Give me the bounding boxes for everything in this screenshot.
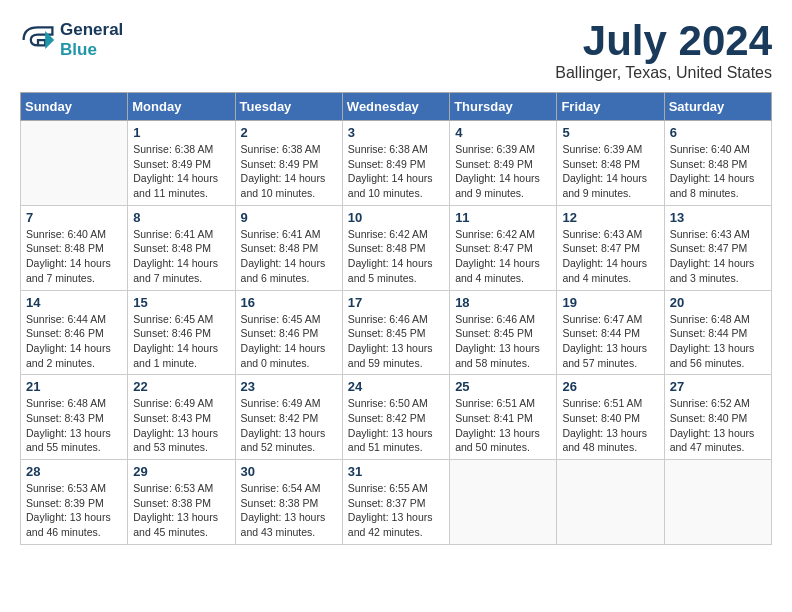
- day-number: 27: [670, 379, 766, 394]
- calendar-cell: 27Sunrise: 6:52 AM Sunset: 8:40 PM Dayli…: [664, 375, 771, 460]
- day-number: 26: [562, 379, 658, 394]
- calendar-cell: 28Sunrise: 6:53 AM Sunset: 8:39 PM Dayli…: [21, 460, 128, 545]
- calendar-cell: 10Sunrise: 6:42 AM Sunset: 8:48 PM Dayli…: [342, 205, 449, 290]
- day-number: 17: [348, 295, 444, 310]
- calendar-cell: 22Sunrise: 6:49 AM Sunset: 8:43 PM Dayli…: [128, 375, 235, 460]
- calendar-cell: 9Sunrise: 6:41 AM Sunset: 8:48 PM Daylig…: [235, 205, 342, 290]
- day-info: Sunrise: 6:50 AM Sunset: 8:42 PM Dayligh…: [348, 396, 444, 455]
- day-info: Sunrise: 6:47 AM Sunset: 8:44 PM Dayligh…: [562, 312, 658, 371]
- day-number: 5: [562, 125, 658, 140]
- day-number: 1: [133, 125, 229, 140]
- logo-text: General Blue: [60, 20, 123, 60]
- day-info: Sunrise: 6:49 AM Sunset: 8:43 PM Dayligh…: [133, 396, 229, 455]
- calendar-cell: 7Sunrise: 6:40 AM Sunset: 8:48 PM Daylig…: [21, 205, 128, 290]
- day-number: 13: [670, 210, 766, 225]
- month-title: July 2024: [555, 20, 772, 62]
- calendar-cell: 29Sunrise: 6:53 AM Sunset: 8:38 PM Dayli…: [128, 460, 235, 545]
- weekday-header-monday: Monday: [128, 93, 235, 121]
- calendar-cell: 16Sunrise: 6:45 AM Sunset: 8:46 PM Dayli…: [235, 290, 342, 375]
- day-info: Sunrise: 6:54 AM Sunset: 8:38 PM Dayligh…: [241, 481, 337, 540]
- day-info: Sunrise: 6:48 AM Sunset: 8:44 PM Dayligh…: [670, 312, 766, 371]
- day-info: Sunrise: 6:39 AM Sunset: 8:48 PM Dayligh…: [562, 142, 658, 201]
- calendar-cell: 30Sunrise: 6:54 AM Sunset: 8:38 PM Dayli…: [235, 460, 342, 545]
- calendar-cell: 4Sunrise: 6:39 AM Sunset: 8:49 PM Daylig…: [450, 121, 557, 206]
- day-info: Sunrise: 6:55 AM Sunset: 8:37 PM Dayligh…: [348, 481, 444, 540]
- day-number: 21: [26, 379, 122, 394]
- weekday-header-sunday: Sunday: [21, 93, 128, 121]
- calendar-cell: [664, 460, 771, 545]
- day-number: 2: [241, 125, 337, 140]
- day-number: 20: [670, 295, 766, 310]
- calendar-cell: 26Sunrise: 6:51 AM Sunset: 8:40 PM Dayli…: [557, 375, 664, 460]
- location-title: Ballinger, Texas, United States: [555, 64, 772, 82]
- day-number: 3: [348, 125, 444, 140]
- day-number: 10: [348, 210, 444, 225]
- day-number: 15: [133, 295, 229, 310]
- day-number: 11: [455, 210, 551, 225]
- day-info: Sunrise: 6:52 AM Sunset: 8:40 PM Dayligh…: [670, 396, 766, 455]
- calendar-cell: 1Sunrise: 6:38 AM Sunset: 8:49 PM Daylig…: [128, 121, 235, 206]
- day-number: 18: [455, 295, 551, 310]
- calendar-cell: 2Sunrise: 6:38 AM Sunset: 8:49 PM Daylig…: [235, 121, 342, 206]
- day-number: 23: [241, 379, 337, 394]
- calendar-cell: 24Sunrise: 6:50 AM Sunset: 8:42 PM Dayli…: [342, 375, 449, 460]
- calendar-cell: 12Sunrise: 6:43 AM Sunset: 8:47 PM Dayli…: [557, 205, 664, 290]
- day-number: 25: [455, 379, 551, 394]
- calendar-cell: 15Sunrise: 6:45 AM Sunset: 8:46 PM Dayli…: [128, 290, 235, 375]
- day-number: 6: [670, 125, 766, 140]
- calendar-week-row: 7Sunrise: 6:40 AM Sunset: 8:48 PM Daylig…: [21, 205, 772, 290]
- calendar-cell: 23Sunrise: 6:49 AM Sunset: 8:42 PM Dayli…: [235, 375, 342, 460]
- calendar-cell: 31Sunrise: 6:55 AM Sunset: 8:37 PM Dayli…: [342, 460, 449, 545]
- day-number: 8: [133, 210, 229, 225]
- calendar-cell: [557, 460, 664, 545]
- weekday-header-wednesday: Wednesday: [342, 93, 449, 121]
- day-info: Sunrise: 6:42 AM Sunset: 8:48 PM Dayligh…: [348, 227, 444, 286]
- calendar-cell: 13Sunrise: 6:43 AM Sunset: 8:47 PM Dayli…: [664, 205, 771, 290]
- weekday-header-thursday: Thursday: [450, 93, 557, 121]
- day-number: 22: [133, 379, 229, 394]
- calendar-week-row: 1Sunrise: 6:38 AM Sunset: 8:49 PM Daylig…: [21, 121, 772, 206]
- day-info: Sunrise: 6:46 AM Sunset: 8:45 PM Dayligh…: [455, 312, 551, 371]
- day-number: 24: [348, 379, 444, 394]
- calendar-cell: [21, 121, 128, 206]
- day-number: 31: [348, 464, 444, 479]
- day-number: 12: [562, 210, 658, 225]
- calendar-cell: 25Sunrise: 6:51 AM Sunset: 8:41 PM Dayli…: [450, 375, 557, 460]
- logo-icon: [20, 22, 56, 58]
- calendar-week-row: 21Sunrise: 6:48 AM Sunset: 8:43 PM Dayli…: [21, 375, 772, 460]
- weekday-header-row: SundayMondayTuesdayWednesdayThursdayFrid…: [21, 93, 772, 121]
- calendar-cell: 21Sunrise: 6:48 AM Sunset: 8:43 PM Dayli…: [21, 375, 128, 460]
- day-info: Sunrise: 6:39 AM Sunset: 8:49 PM Dayligh…: [455, 142, 551, 201]
- calendar-cell: 18Sunrise: 6:46 AM Sunset: 8:45 PM Dayli…: [450, 290, 557, 375]
- calendar-cell: 20Sunrise: 6:48 AM Sunset: 8:44 PM Dayli…: [664, 290, 771, 375]
- day-info: Sunrise: 6:38 AM Sunset: 8:49 PM Dayligh…: [133, 142, 229, 201]
- day-number: 19: [562, 295, 658, 310]
- calendar-cell: 8Sunrise: 6:41 AM Sunset: 8:48 PM Daylig…: [128, 205, 235, 290]
- day-info: Sunrise: 6:43 AM Sunset: 8:47 PM Dayligh…: [562, 227, 658, 286]
- day-info: Sunrise: 6:41 AM Sunset: 8:48 PM Dayligh…: [241, 227, 337, 286]
- calendar-cell: 3Sunrise: 6:38 AM Sunset: 8:49 PM Daylig…: [342, 121, 449, 206]
- day-info: Sunrise: 6:51 AM Sunset: 8:40 PM Dayligh…: [562, 396, 658, 455]
- day-number: 9: [241, 210, 337, 225]
- day-info: Sunrise: 6:38 AM Sunset: 8:49 PM Dayligh…: [241, 142, 337, 201]
- day-info: Sunrise: 6:48 AM Sunset: 8:43 PM Dayligh…: [26, 396, 122, 455]
- day-info: Sunrise: 6:45 AM Sunset: 8:46 PM Dayligh…: [133, 312, 229, 371]
- day-info: Sunrise: 6:40 AM Sunset: 8:48 PM Dayligh…: [670, 142, 766, 201]
- day-info: Sunrise: 6:38 AM Sunset: 8:49 PM Dayligh…: [348, 142, 444, 201]
- weekday-header-saturday: Saturday: [664, 93, 771, 121]
- calendar-cell: [450, 460, 557, 545]
- calendar-cell: 14Sunrise: 6:44 AM Sunset: 8:46 PM Dayli…: [21, 290, 128, 375]
- weekday-header-friday: Friday: [557, 93, 664, 121]
- calendar-cell: 6Sunrise: 6:40 AM Sunset: 8:48 PM Daylig…: [664, 121, 771, 206]
- day-info: Sunrise: 6:53 AM Sunset: 8:39 PM Dayligh…: [26, 481, 122, 540]
- day-number: 28: [26, 464, 122, 479]
- day-info: Sunrise: 6:44 AM Sunset: 8:46 PM Dayligh…: [26, 312, 122, 371]
- calendar-week-row: 28Sunrise: 6:53 AM Sunset: 8:39 PM Dayli…: [21, 460, 772, 545]
- calendar-cell: 19Sunrise: 6:47 AM Sunset: 8:44 PM Dayli…: [557, 290, 664, 375]
- day-number: 30: [241, 464, 337, 479]
- day-number: 4: [455, 125, 551, 140]
- title-area: July 2024 Ballinger, Texas, United State…: [555, 20, 772, 82]
- calendar-week-row: 14Sunrise: 6:44 AM Sunset: 8:46 PM Dayli…: [21, 290, 772, 375]
- calendar-table: SundayMondayTuesdayWednesdayThursdayFrid…: [20, 92, 772, 545]
- calendar-cell: 5Sunrise: 6:39 AM Sunset: 8:48 PM Daylig…: [557, 121, 664, 206]
